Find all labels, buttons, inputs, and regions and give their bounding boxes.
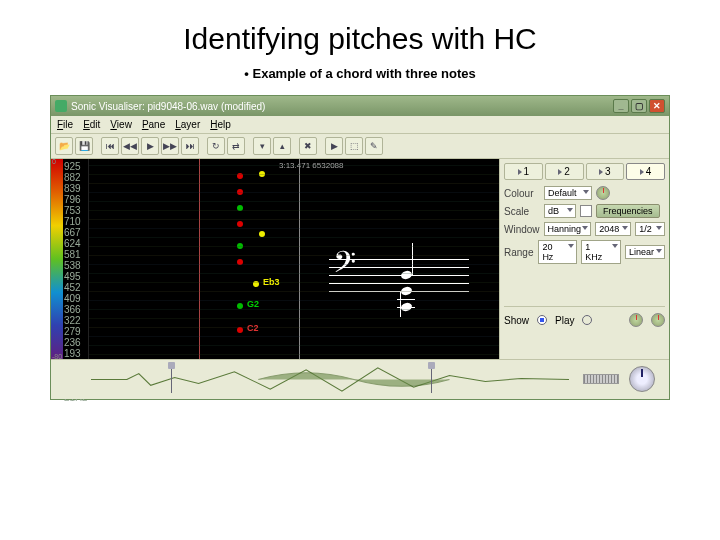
- colour-label: Colour: [504, 188, 540, 199]
- tab-1[interactable]: 1: [504, 163, 543, 180]
- freq-tick: 366: [64, 304, 87, 315]
- selection-start[interactable]: [199, 159, 200, 359]
- colour-rotation-knob[interactable]: [596, 186, 610, 200]
- freq-tick: 322: [64, 315, 87, 326]
- play-toggle[interactable]: [582, 315, 592, 325]
- properties-panel: 1 2 3 4 Colour Default Scale dB Frequenc…: [499, 159, 669, 359]
- scale-chip[interactable]: [580, 205, 592, 217]
- range-scale-select[interactable]: Linear: [625, 245, 665, 259]
- freq-tick: 279: [64, 326, 87, 337]
- play-label: Play: [555, 315, 574, 326]
- layer-tabs: 1 2 3 4: [504, 163, 665, 180]
- tool-b-button[interactable]: ▴: [273, 137, 291, 155]
- minimize-button[interactable]: _: [613, 99, 629, 113]
- window-overlap-select[interactable]: 1/2: [635, 222, 665, 236]
- loop-button[interactable]: ↻: [207, 137, 225, 155]
- freq-tick: 796: [64, 194, 87, 205]
- close-button[interactable]: ✕: [649, 99, 665, 113]
- freq-tick: 193: [64, 348, 87, 359]
- freq-axis: 9258828397967537106676245815384954524093…: [63, 159, 89, 359]
- harmonic-dot: [237, 221, 243, 227]
- freq-tick: 753: [64, 205, 87, 216]
- playback-dial[interactable]: [629, 366, 655, 392]
- slide-bullet: • Example of a chord with three notes: [0, 66, 720, 81]
- window-size-select[interactable]: 2048: [595, 222, 631, 236]
- tab-4[interactable]: 4: [626, 163, 665, 180]
- loop-sel-button[interactable]: ⇄: [227, 137, 245, 155]
- menu-help[interactable]: Help: [210, 119, 231, 130]
- menu-file[interactable]: File: [57, 119, 73, 130]
- window-type-select[interactable]: Hanning: [544, 222, 592, 236]
- forward-button[interactable]: ▶▶: [161, 137, 179, 155]
- forward-end-button[interactable]: ⏭: [181, 137, 199, 155]
- freq-tick: 925: [64, 161, 87, 172]
- overview-marker-start[interactable]: [171, 366, 172, 393]
- pan-knob[interactable]: [651, 313, 665, 327]
- menu-view[interactable]: View: [110, 119, 132, 130]
- tab-2[interactable]: 2: [545, 163, 584, 180]
- menubar: File Edit View Pane Layer Help: [51, 116, 669, 134]
- freq-tick: 581: [64, 249, 87, 260]
- titlebar-text: Sonic Visualiser: pid9048-06.wav (modifi…: [71, 101, 613, 112]
- gain-knob[interactable]: [629, 313, 643, 327]
- playhead[interactable]: [299, 159, 300, 359]
- show-toggle[interactable]: [537, 315, 547, 325]
- freq-tick: 839: [64, 183, 87, 194]
- pointer-tool[interactable]: ▶: [325, 137, 343, 155]
- app-icon: [55, 100, 67, 112]
- freq-tick: 452: [64, 282, 87, 293]
- freq-tick: 236: [64, 337, 87, 348]
- titlebar[interactable]: Sonic Visualiser: pid9048-06.wav (modifi…: [51, 96, 669, 116]
- window-label: Window: [504, 224, 540, 235]
- range-lo-select[interactable]: 20 Hz: [538, 240, 577, 264]
- freq-tick: 710: [64, 216, 87, 227]
- show-label: Show: [504, 315, 529, 326]
- note-c2-label: C2: [247, 323, 259, 333]
- tab-3[interactable]: 3: [586, 163, 625, 180]
- play-button[interactable]: ▶: [141, 137, 159, 155]
- level-meter: [583, 374, 619, 384]
- range-label: Range: [504, 247, 534, 258]
- save-button[interactable]: 💾: [75, 137, 93, 155]
- freq-tick: 882: [64, 172, 87, 183]
- select-tool[interactable]: ⬚: [345, 137, 363, 155]
- freq-tick: 538: [64, 260, 87, 271]
- menu-layer[interactable]: Layer: [175, 119, 200, 130]
- toolbar: 📂 💾 ⏮ ◀◀ ▶ ▶▶ ⏭ ↻ ⇄ ▾ ▴ ✖ ▶ ⬚ ✎: [51, 134, 669, 159]
- open-button[interactable]: 📂: [55, 137, 73, 155]
- scale-top: 0: [52, 158, 56, 165]
- range-hi-select[interactable]: 1 KHz: [581, 240, 621, 264]
- spectrogram[interactable]: 3:13.471 6532088 Eb3 G2: [89, 159, 499, 359]
- rewind-button[interactable]: ◀◀: [121, 137, 139, 155]
- overview-pane[interactable]: [51, 359, 669, 399]
- freq-tick: 495: [64, 271, 87, 282]
- slide-title: Identifying pitches with HC: [0, 22, 720, 56]
- app-window: Sonic Visualiser: pid9048-06.wav (modifi…: [50, 95, 670, 400]
- frequencies-button[interactable]: Frequencies: [596, 204, 660, 218]
- colour-select[interactable]: Default: [544, 186, 592, 200]
- overview-marker-end[interactable]: [431, 366, 432, 393]
- scale-label: Scale: [504, 206, 540, 217]
- notehead: [400, 270, 413, 281]
- maximize-button[interactable]: ▢: [631, 99, 647, 113]
- menu-pane[interactable]: Pane: [142, 119, 165, 130]
- colour-scale-bar: 0 -80: [51, 159, 63, 359]
- rewind-start-button[interactable]: ⏮: [101, 137, 119, 155]
- waveform[interactable]: [91, 364, 569, 395]
- delete-button[interactable]: ✖: [299, 137, 317, 155]
- tool-a-button[interactable]: ▾: [253, 137, 271, 155]
- spectrogram-pane[interactable]: 0 -80 9258828397967537106676245815384954…: [51, 159, 499, 359]
- freq-tick: 667: [64, 227, 87, 238]
- scale-select[interactable]: dB: [544, 204, 576, 218]
- freq-tick: 624: [64, 238, 87, 249]
- freq-tick: 409: [64, 293, 87, 304]
- edit-tool[interactable]: ✎: [365, 137, 383, 155]
- bass-clef-staff: 𝄢: [329, 251, 469, 321]
- menu-edit[interactable]: Edit: [83, 119, 100, 130]
